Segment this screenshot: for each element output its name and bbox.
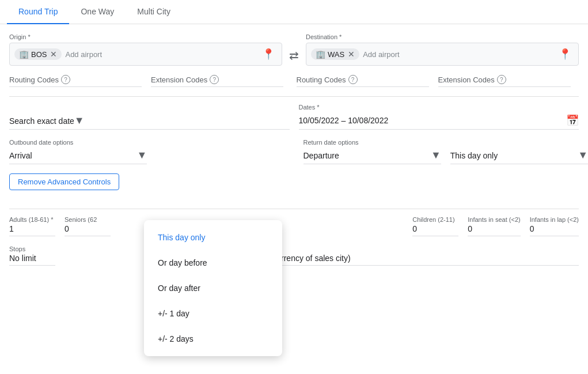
stops-label: Stops [9, 245, 55, 252]
dates-label: Dates * [299, 104, 579, 111]
currency-value[interactable]: Default (currency of sales city) [242, 254, 579, 266]
right-extension-codes-field: Extension Codes ? [438, 75, 571, 87]
advanced-controls-container: Remove Advanced Controls [9, 173, 579, 199]
children-label: Children (2-11) [412, 216, 458, 223]
origin-building-icon: 🏢 [19, 50, 29, 59]
calendar-icon[interactable]: 📅 [566, 114, 579, 127]
return-day-options-group: This day only ▼ [450, 147, 588, 164]
return-options-label: Return date options [304, 139, 441, 146]
dates-input[interactable]: 10/05/2022 – 10/08/2022 📅 [299, 112, 579, 130]
return-day-arrow-icon: ▼ [578, 149, 588, 161]
currency-field: Currency Default (currency of sales city… [242, 245, 579, 266]
right-routing-codes-field: Routing Codes ? [297, 75, 429, 87]
return-options-select[interactable]: Departure ▼ [304, 147, 441, 164]
infants-lap-field: Infants in lap (<2) 0 [530, 216, 579, 236]
children-field: Children (2-11) 0 [412, 216, 458, 236]
adults-value[interactable]: 1 [9, 224, 55, 236]
adults-field: Adults (18-61) * 1 [9, 216, 55, 236]
children-value[interactable]: 0 [412, 224, 458, 236]
stops-field: Stops No limit [9, 245, 55, 266]
origin-chip: 🏢 BOS ✕ [14, 48, 62, 60]
divider-2 [9, 209, 579, 209]
infants-seat-value[interactable]: 0 [468, 224, 520, 236]
infants-lap-value[interactable]: 0 [530, 224, 579, 236]
left-routing-label: Routing Codes ? [9, 75, 142, 87]
dropdown-item-plus-minus-1-day[interactable]: +/- 1 day [144, 301, 282, 326]
destination-chip-text: WAS [328, 50, 344, 59]
destination-chip: 🏢 WAS ✕ [311, 48, 359, 60]
seniors-label: Seniors (62 [65, 216, 111, 223]
dates-group: Dates * 10/05/2022 – 10/08/2022 📅 [299, 104, 579, 130]
search-date-value: Search exact date [9, 116, 74, 126]
origin-add-placeholder: Add airport [65, 50, 102, 59]
adults-label: Adults (18-61) * [9, 216, 55, 223]
remove-advanced-controls-button[interactable]: Remove Advanced Controls [9, 173, 119, 190]
divider-1 [9, 96, 579, 97]
infants-seat-label: Infants in seat (<2) [468, 216, 520, 223]
destination-chip-close[interactable]: ✕ [348, 50, 355, 59]
right-extension-label: Extension Codes ? [438, 75, 571, 87]
destination-location-pin-icon[interactable]: 📍 [556, 48, 574, 61]
left-extension-label: Extension Codes ? [151, 75, 283, 87]
return-options-arrow-icon: ▼ [431, 149, 441, 161]
seniors-field: Seniors (62 0 [65, 216, 111, 236]
tabs-bar: Round Trip One Way Multi City [0, 0, 588, 24]
right-routing-label: Routing Codes ? [297, 75, 429, 87]
left-routing-codes-field: Routing Codes ? [9, 75, 142, 87]
dropdown-item-or-day-after[interactable]: Or day after [144, 275, 282, 301]
dropdown-item-this-day-only[interactable]: This day only [144, 225, 282, 250]
left-routing-help-icon[interactable]: ? [61, 75, 70, 84]
destination-building-icon: 🏢 [316, 50, 325, 59]
left-extension-codes-field: Extension Codes ? [151, 75, 283, 87]
origin-location-pin-icon[interactable]: 📍 [260, 48, 277, 61]
seniors-value[interactable]: 0 [65, 224, 111, 236]
main-content: Origin * 🏢 BOS ✕ Add airport 📍 ⇄ Destina… [0, 24, 588, 266]
return-options-value: Departure [304, 151, 431, 160]
tab-multi-city[interactable]: Multi City [126, 0, 182, 24]
destination-label: Destination * [306, 33, 579, 40]
stops-value[interactable]: No limit [9, 254, 55, 266]
search-date-group: Search exact date ▼ [9, 112, 290, 130]
dropdown-item-plus-minus-2-days[interactable]: +/- 2 days [144, 326, 282, 352]
right-routing-help-icon[interactable]: ? [348, 75, 358, 84]
return-day-select[interactable]: This day only ▼ [450, 147, 588, 164]
infants-lap-label: Infants in lap (<2) [530, 216, 579, 223]
dates-text: 10/05/2022 – 10/08/2022 [299, 116, 567, 125]
dropdown-item-or-day-before[interactable]: Or day before [144, 250, 282, 275]
origin-input[interactable]: 🏢 BOS ✕ Add airport 📍 [9, 43, 282, 66]
destination-add-placeholder: Add airport [363, 50, 400, 59]
search-date-select[interactable]: Search exact date ▼ [9, 112, 290, 130]
outbound-arrow-icon: ▼ [136, 149, 147, 161]
origin-group: Origin * 🏢 BOS ✕ Add airport 📍 [9, 33, 282, 66]
origin-dest-row: Origin * 🏢 BOS ✕ Add airport 📍 ⇄ Destina… [9, 33, 579, 66]
return-options-group: Return date options Departure ▼ [304, 139, 441, 164]
currency-label: Currency [242, 245, 579, 252]
search-date-arrow-icon: ▼ [74, 115, 85, 127]
swap-button[interactable]: ⇄ [287, 48, 301, 62]
outbound-options-label: Outbound date options [9, 139, 147, 146]
outbound-options-select[interactable]: Arrival ▼ [9, 147, 147, 164]
passengers-row: Adults (18-61) * 1 Seniors (62 0 Childre… [9, 216, 579, 236]
origin-chip-close[interactable]: ✕ [50, 50, 57, 59]
dropdown-popup: This day only Or day before Or day after… [144, 220, 282, 356]
tab-one-way[interactable]: One Way [69, 0, 126, 24]
destination-input[interactable]: 🏢 WAS ✕ Add airport 📍 [306, 43, 579, 66]
return-day-value: This day only [450, 151, 578, 160]
origin-chip-text: BOS [31, 50, 47, 59]
origin-label: Origin * [9, 33, 282, 40]
outbound-options-group: Outbound date options Arrival ▼ [9, 139, 147, 164]
right-extension-help-icon[interactable]: ? [497, 75, 506, 84]
destination-group: Destination * 🏢 WAS ✕ Add airport 📍 [306, 33, 579, 66]
outbound-options-value: Arrival [9, 151, 136, 160]
tab-round-trip[interactable]: Round Trip [7, 0, 69, 24]
infants-seat-field: Infants in seat (<2) 0 [468, 216, 520, 236]
stops-currency-row: Stops No limit Currency Default (currenc… [9, 245, 579, 266]
left-extension-help-icon[interactable]: ? [210, 75, 219, 84]
